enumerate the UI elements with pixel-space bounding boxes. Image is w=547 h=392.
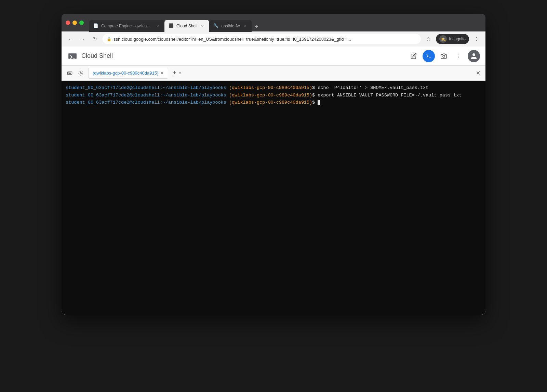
terminal-tab-label: (qwiklabs-gcp-00-c989c40da915) (93, 70, 158, 76)
tab-close-compute[interactable]: ✕ (155, 23, 160, 29)
title-bar: 📄 Compute Engine - qwiklabs-g... ✕ ⬛ Clo… (62, 14, 485, 31)
bookmark-button[interactable]: ☆ (424, 34, 433, 44)
browser-window: 📄 Compute Engine - qwiklabs-g... ✕ ⬛ Clo… (62, 14, 485, 315)
browser-tab-compute[interactable]: 📄 Compute Engine - qwiklabs-g... ✕ (89, 20, 164, 32)
edit-button[interactable] (408, 50, 420, 62)
terminal-line-2: student_00_63acf717cde2@cloudshell:~/ans… (66, 92, 481, 99)
camera-button[interactable] (438, 50, 450, 62)
close-window-button[interactable] (66, 21, 70, 25)
more-options-button[interactable]: ⋮ (472, 34, 481, 44)
tab-label-ansible: ansible-fw (221, 24, 240, 28)
svg-rect-0 (68, 53, 77, 59)
tab-close-ansible[interactable]: ✕ (242, 23, 248, 29)
terminal-line-1: student_00_63acf717cde2@cloudshell:~/ans… (66, 84, 481, 92)
browser-tab-cloudshell[interactable]: ⬛ Cloud Shell ✕ (164, 20, 209, 32)
forward-button[interactable]: → (78, 34, 88, 44)
url-field[interactable]: 🔒 ssh.cloud.google.com/cloudshell/editor… (103, 34, 421, 44)
terminal-tabs-bar: (qwiklabs-gcp-00-c989c40da915) ✕ + ▾ ✕ (62, 66, 485, 81)
more-options-cs-button[interactable]: ⋮ (453, 50, 465, 62)
tab-close-cloudshell[interactable]: ✕ (200, 23, 205, 29)
command-3: $ (312, 100, 318, 105)
user-avatar[interactable] (468, 50, 480, 62)
command-2: $ export ANSIBLE_VAULT_PASSWORD_FILE=~/.… (312, 93, 462, 98)
back-button[interactable]: ← (66, 34, 75, 44)
address-bar: ← → ↻ 🔒 ssh.cloud.google.com/cloudshell/… (62, 31, 485, 47)
cloud-shell-app: Cloud Shell (62, 47, 485, 315)
fullscreen-window-button[interactable] (79, 21, 84, 25)
terminal-tab-close[interactable]: ✕ (160, 71, 164, 76)
terminal-settings-button[interactable] (75, 68, 86, 79)
traffic-lights (66, 21, 84, 25)
prompt-project-2: (qwiklabs-gcp-00-c989c40da915) (229, 93, 312, 98)
tabs-bar: 📄 Compute Engine - qwiklabs-g... ✕ ⬛ Clo… (89, 14, 481, 31)
cs-header: Cloud Shell (62, 47, 485, 66)
terminal-cursor (318, 100, 320, 105)
terminal-line-3: student_00_63acf717cde2@cloudshell:~/ans… (66, 99, 481, 106)
add-terminal-button[interactable]: + (170, 68, 179, 78)
cs-title: Cloud Shell (81, 52, 408, 60)
terminal-dropdown-arrow[interactable]: ▾ (179, 71, 181, 75)
minimize-window-button[interactable] (72, 21, 77, 25)
tab-label-compute: Compute Engine - qwiklabs-g... (101, 24, 152, 28)
tab-label-cloudshell: Cloud Shell (176, 24, 197, 28)
svg-point-3 (443, 55, 445, 57)
lock-icon: 🔒 (107, 37, 111, 41)
tab-favicon-compute: 📄 (93, 23, 99, 29)
prompt-path-3: student_00_63acf717cde2@cloudshell:~/ans… (66, 100, 226, 105)
reload-button[interactable]: ↻ (90, 34, 100, 44)
command-1: $ echo 'P4loalto!' > $HOME/.vault_pass.t… (312, 85, 428, 90)
incognito-area: 🕵 Incognito (436, 34, 469, 44)
terminal-tab[interactable]: (qwiklabs-gcp-00-c989c40da915) ✕ (88, 68, 168, 79)
svg-rect-4 (67, 72, 72, 75)
terminal-output[interactable]: student_00_63acf717cde2@cloudshell:~/ans… (62, 81, 485, 315)
prompt-project-1: (qwiklabs-gcp-00-c989c40da915) (229, 85, 312, 90)
keyboard-button[interactable] (64, 68, 75, 79)
incognito-icon: 🕵 (439, 35, 447, 43)
prompt-path-1: student_00_63acf717cde2@cloudshell:~/ans… (66, 85, 226, 90)
terminal-button[interactable] (423, 50, 435, 62)
prompt-path-2: student_00_63acf717cde2@cloudshell:~/ans… (66, 93, 226, 98)
cs-header-actions: ⋮ (408, 50, 480, 62)
browser-tab-ansible[interactable]: 🔧 ansible-fw ✕ (209, 20, 252, 32)
url-text: ssh.cloud.google.com/cloudshell/editor?h… (114, 37, 351, 42)
incognito-label: Incognito (449, 37, 466, 41)
cloud-shell-logo (67, 51, 78, 62)
tab-favicon-cloudshell: ⬛ (169, 23, 174, 29)
svg-point-10 (80, 73, 81, 74)
new-tab-button[interactable]: + (252, 22, 261, 31)
prompt-project-3: (qwiklabs-gcp-00-c989c40da915) (229, 100, 312, 105)
close-terminal-panel-button[interactable]: ✕ (473, 68, 483, 78)
tab-favicon-ansible: 🔧 (213, 23, 219, 29)
